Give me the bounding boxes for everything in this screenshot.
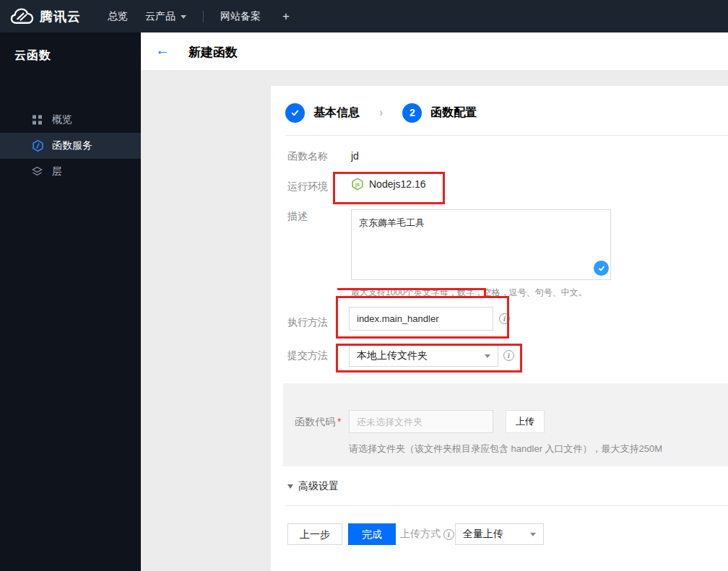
page-header: ← 新建函数 (141, 32, 728, 70)
nodejs-icon: js (351, 178, 364, 191)
sidebar-item-label: 概览 (52, 113, 72, 126)
submit-method-value: 本地上传文件夹 (357, 349, 428, 362)
chevron-down-icon (485, 354, 490, 358)
step1-circle (285, 103, 305, 123)
layers-icon (32, 167, 43, 178)
tencent-cloud-logo-icon[interactable] (10, 7, 34, 25)
handler-info-icon[interactable]: i (499, 313, 510, 324)
step2-circle: 2 (402, 103, 422, 123)
sidebar-item-overview[interactable]: 概览 (0, 107, 141, 133)
finish-button[interactable]: 完成 (348, 523, 396, 545)
handler-label: 执行方法 (287, 316, 328, 329)
runtime-value-group: js Nodejs12.16 (351, 178, 426, 191)
scf-hexagon-icon (32, 140, 44, 152)
advanced-settings-toggle[interactable]: 高级设置 (287, 480, 339, 493)
nav-beian[interactable]: 网站备案 (220, 10, 261, 23)
description-valid-icon (594, 261, 609, 276)
runtime-label: 运行环境 (287, 180, 328, 193)
upload-mode-info-icon[interactable]: i (443, 529, 454, 540)
submit-method-select[interactable]: 本地上传文件夹 (349, 345, 498, 367)
previous-step-button[interactable]: 上一步 (287, 523, 342, 545)
brand-name[interactable]: 腾讯云 (40, 8, 81, 25)
sidebar: 云函数 概览 函数服务 (0, 32, 141, 571)
nav-products[interactable]: 云产品 (145, 10, 186, 23)
nav-add-button[interactable]: + (282, 9, 290, 24)
step-chevron-icon: › (379, 106, 383, 119)
description-textarea[interactable]: 京东薅羊毛工具 (351, 209, 611, 280)
step2-label: 函数配置 (430, 105, 477, 121)
step1-label: 基本信息 (313, 105, 360, 121)
sidebar-item-layers[interactable]: 层 (0, 159, 141, 185)
create-function-page: { "navbar": { "brand": "腾讯云", "overview"… (0, 0, 728, 571)
check-icon (290, 108, 300, 118)
function-code-hint: 请选择文件夹（该文件夹根目录应包含 handler 入口文件），最大支持250M (349, 443, 662, 456)
back-arrow-icon[interactable]: ← (155, 42, 170, 58)
function-name-label: 函数名称 (287, 150, 328, 163)
nav-products-label: 云产品 (145, 10, 176, 23)
create-function-panel: 基本信息 › 2 函数配置 函数名称 jd 运行环境 js Nodejs12.1… (271, 86, 728, 571)
description-hint: 最大支持1000个英文字母，数字，空格，逗号、句号、中文。 (351, 287, 587, 299)
upload-mode-group: 上传方式 i (400, 523, 454, 545)
sidebar-menu: 概览 函数服务 层 (0, 107, 141, 185)
runtime-value: Nodejs12.16 (369, 178, 426, 190)
function-code-section: 函数代码* 上传 请选择文件夹（该文件夹根目录应包含 handler 入口文件）… (283, 383, 728, 466)
svg-text:js: js (355, 181, 360, 188)
grid-icon (32, 115, 43, 126)
submit-method-info-icon[interactable]: i (503, 350, 514, 361)
upload-mode-label: 上传方式 (400, 528, 441, 541)
upload-mode-select[interactable]: 全量上传 (455, 523, 544, 545)
divider (285, 505, 728, 506)
handler-input[interactable] (349, 307, 493, 331)
function-name-value: jd (351, 150, 359, 162)
sidebar-item-label: 函数服务 (52, 139, 92, 152)
description-label: 描述 (287, 210, 308, 223)
top-navbar: 腾讯云 总览 云产品 网站备案 + (0, 0, 728, 32)
nav-divider (203, 11, 204, 22)
triangle-down-icon (287, 484, 293, 489)
submit-method-label: 提交方法 (287, 349, 328, 362)
page-title: 新建函数 (188, 44, 238, 61)
chevron-down-icon (181, 15, 186, 19)
required-asterisk: * (337, 416, 341, 427)
chevron-down-icon (530, 533, 536, 536)
sidebar-item-label: 层 (52, 165, 62, 178)
function-code-label-text: 函数代码 (295, 416, 335, 427)
function-code-label: 函数代码* (295, 410, 341, 433)
divider (285, 135, 728, 136)
step-indicator: 基本信息 › 2 函数配置 (285, 103, 477, 123)
upload-button[interactable]: 上传 (506, 410, 545, 433)
upload-mode-value: 全量上传 (463, 528, 503, 541)
advanced-settings-label: 高级设置 (298, 480, 339, 493)
nav-overview[interactable]: 总览 (108, 10, 128, 23)
sidebar-title: 云函数 (0, 32, 141, 64)
folder-path-input[interactable] (349, 410, 493, 433)
sidebar-item-function-service[interactable]: 函数服务 (0, 133, 141, 159)
